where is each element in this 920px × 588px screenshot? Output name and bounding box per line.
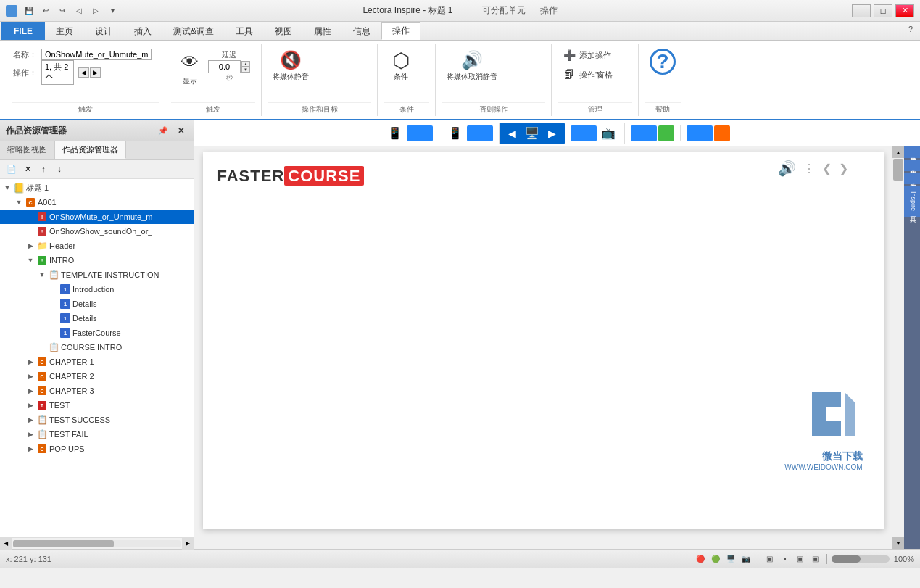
vtab-resources[interactable]: 作品资源 [904, 146, 920, 158]
taskbar-icon-5[interactable]: ▣ [763, 552, 776, 566]
taskbar-icon-2[interactable]: 🟢 [709, 552, 722, 566]
tree-item-onshowmute[interactable]: ! OnShowMute_or_Unmute_m [0, 210, 194, 224]
expander-chapter2[interactable] [25, 370, 36, 382]
action-prev-button[interactable]: ◀ [78, 67, 89, 78]
redo-icon[interactable]: ↪ [55, 4, 70, 17]
tab-tools[interactable]: 工具 [225, 22, 264, 40]
expander-a001[interactable] [13, 196, 25, 208]
tree-item-onshowshow[interactable]: ! OnShowShow_soundOn_or_ [0, 224, 194, 239]
move-down-button[interactable]: ↓ [52, 162, 67, 176]
tree-item-title[interactable]: 📒 标题 1 [0, 181, 194, 195]
taskbar-icon-3[interactable]: 🖥️ [724, 552, 737, 566]
new-item-button[interactable]: 📄 [4, 162, 19, 176]
tab-view[interactable]: 视图 [264, 22, 303, 40]
expander-test[interactable] [25, 399, 36, 411]
taskbar-icon-7[interactable]: ▣ [794, 552, 807, 566]
taskbar-icon-6[interactable]: ▪ [779, 552, 792, 566]
move-up-button[interactable]: ↑ [36, 162, 51, 176]
expander-chapter1[interactable] [25, 356, 36, 368]
maximize-button[interactable]: □ [874, 4, 892, 17]
tree-item-details1[interactable]: 1 Details [0, 297, 194, 311]
speaker-icon[interactable]: 🔊 [778, 160, 796, 177]
expander-intro[interactable] [25, 254, 36, 266]
undo-icon[interactable]: ↩ [38, 4, 53, 17]
scroll-left-button[interactable]: ◀ [0, 538, 12, 550]
close-button[interactable]: ✕ [895, 4, 914, 17]
panel-pin-button[interactable]: 📌 [156, 123, 170, 138]
tree-item-popups[interactable]: C POP UPS [0, 442, 194, 456]
canvas-prev-icon[interactable]: ❮ [822, 162, 832, 175]
prev-arrow[interactable]: ◀ [508, 128, 516, 139]
tab-properties[interactable]: 属性 [303, 22, 342, 40]
condition-button[interactable]: ⬡ 条件 [385, 46, 417, 84]
desktop-device-button[interactable]: 🖥️ [522, 123, 542, 144]
tab-action[interactable]: 操作 [381, 22, 420, 40]
show-button[interactable]: 👁 显示 延迟 ▲ ▼ 秒 [173, 46, 254, 88]
tree-item-header[interactable]: 📁 Header [0, 239, 194, 253]
next-arrow[interactable]: ▶ [548, 128, 556, 139]
vertical-scrollbar[interactable]: ▲ ▼ [892, 146, 904, 549]
tab-file[interactable]: FILE [1, 22, 45, 40]
tab-info[interactable]: 信息 [342, 22, 381, 40]
scroll-up-button[interactable]: ▲ [892, 146, 904, 158]
tree-item-a001[interactable]: C A001 [0, 195, 194, 210]
action-window-button[interactable]: 🗐 操作'窗格 [559, 66, 616, 83]
vtab-storage[interactable]: 存储库 [904, 173, 920, 184]
delete-item-button[interactable]: ✕ [20, 162, 35, 176]
tab-home[interactable]: 主页 [45, 22, 84, 40]
tree-item-test-fail[interactable]: 📋 TEST FAIL [0, 427, 194, 442]
tree-item-chapter2[interactable]: C CHAPTER 2 [0, 369, 194, 384]
add-action-button[interactable]: ➕ 添加操作 [559, 46, 614, 64]
dropdown-icon[interactable]: ▾ [105, 4, 120, 17]
tree-item-test[interactable]: T TEST [0, 398, 194, 413]
tablet-device-button[interactable]: 📱 [445, 123, 465, 144]
expander-chapter3[interactable] [25, 385, 36, 397]
tree-item-intro[interactable]: ! INTRO [0, 253, 194, 268]
expander-test-success[interactable] [25, 414, 36, 426]
minimize-button[interactable]: — [852, 4, 871, 17]
taskbar-icon-8[interactable]: ▣ [809, 552, 822, 566]
action-next-button[interactable]: ▶ [90, 67, 101, 78]
taskbar-icon-4[interactable]: 📷 [739, 552, 753, 566]
tree-item-chapter3[interactable]: C CHAPTER 3 [0, 384, 194, 398]
dots-menu-icon[interactable]: ⋮ [803, 162, 815, 175]
tree-item-chapter1[interactable]: C CHAPTER 1 [0, 355, 194, 369]
tree-item-fastercourse[interactable]: 1 FasterCourse [0, 326, 194, 340]
mute-button[interactable]: 🔇 将媒体静音 [269, 46, 312, 84]
delay-up-button[interactable]: ▲ [241, 61, 250, 67]
expander-title[interactable] [1, 182, 13, 194]
help-button[interactable]: ? [646, 46, 679, 77]
taskbar-icon-1[interactable]: 🔴 [694, 552, 707, 566]
expander-template[interactable] [36, 269, 48, 281]
scroll-right-button[interactable]: ▶ [182, 538, 194, 550]
tab-thumbnail[interactable]: 缩略图视图 [0, 141, 55, 159]
expander-test-fail[interactable] [25, 428, 36, 440]
back-icon[interactable]: ◁ [72, 4, 86, 17]
tab-resource-manager[interactable]: 作品资源管理器 [55, 141, 126, 159]
large-device-button[interactable]: 📺 [598, 123, 618, 144]
tree-item-details2[interactable]: 1 Details [0, 311, 194, 326]
tree-item-course-intro[interactable]: 📋 COURSE INTRO [0, 340, 194, 355]
panel-close-button[interactable]: ✕ [173, 123, 188, 138]
name-value-input[interactable]: OnShowMute_or_Unmute_m [41, 49, 152, 60]
mobile-device-button[interactable]: 📱 [385, 123, 405, 144]
tree-item-template[interactable]: 📋 TEMPLATE INSTRUCTION [0, 268, 194, 282]
forward-icon[interactable]: ▷ [88, 4, 103, 17]
delay-input[interactable] [208, 60, 241, 73]
tab-test[interactable]: 测试&调查 [162, 22, 225, 40]
tree-item-test-success[interactable]: 📋 TEST SUCCESS [0, 413, 194, 427]
tree-item-introduction[interactable]: 1 Introduction [0, 282, 194, 297]
scroll-down-button[interactable]: ▼ [892, 537, 904, 549]
horizontal-scrollbar[interactable]: ◀ ▶ [0, 537, 194, 549]
vtab-mylibrary[interactable]: 我的库 [904, 160, 920, 171]
tab-design[interactable]: 设计 [84, 22, 123, 40]
canvas-scroll[interactable]: FASTERCOURSE 🔊 ⋮ ❮ ❯ [194, 146, 892, 549]
zoom-slider[interactable] [832, 555, 890, 563]
vtab-inspire-tools[interactable]: Inspire工具 [904, 186, 920, 217]
tab-insert[interactable]: 插入 [123, 22, 162, 40]
expander-header[interactable] [25, 240, 36, 252]
unmute-button[interactable]: 🔊 将媒体取消静音 [443, 46, 501, 84]
delay-down-button[interactable]: ▼ [241, 67, 250, 73]
canvas-next-icon[interactable]: ❯ [839, 162, 848, 175]
expander-popups[interactable] [25, 443, 36, 455]
